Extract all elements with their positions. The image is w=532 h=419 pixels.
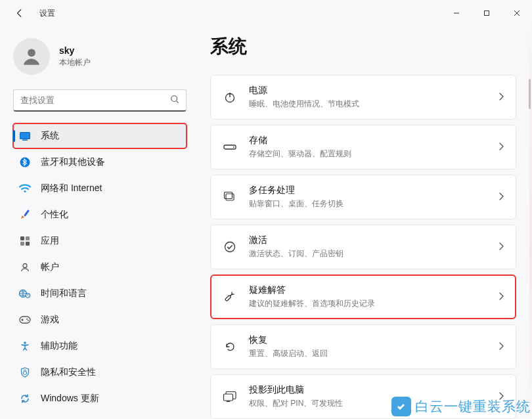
sidebar-item-label: 蓝牙和其他设备: [41, 156, 105, 168]
sidebar-item-time-language[interactable]: 时间和语言: [13, 281, 187, 306]
avatar: [13, 38, 50, 75]
svg-rect-7: [22, 139, 28, 141]
scrollbar-thumb[interactable]: [529, 79, 531, 109]
svg-rect-31: [224, 394, 233, 401]
sidebar-item-system[interactable]: 系统: [13, 123, 187, 148]
sidebar-item-label: 游戏: [41, 314, 59, 326]
main-content: 系统 电源 睡眠、电池使用情况、节电模式 存储: [210, 34, 516, 419]
system-icon: [18, 129, 32, 143]
sidebar-item-personalization[interactable]: 个性化: [13, 202, 187, 227]
sidebar-item-label: 帐户: [41, 261, 59, 273]
search-icon: [170, 95, 179, 106]
privacy-icon: [18, 366, 32, 379]
svg-point-19: [26, 319, 28, 320]
gaming-icon: [18, 313, 32, 326]
account-header[interactable]: sky 本地帐户: [13, 38, 187, 75]
power-icon: [223, 91, 237, 104]
page-title: 系统: [210, 34, 516, 59]
sidebar-item-label: 网络和 Internet: [41, 183, 102, 194]
svg-line-4: [177, 101, 179, 103]
svg-rect-22: [24, 372, 27, 374]
sidebar-item-bluetooth[interactable]: 蓝牙和其他设备: [13, 150, 187, 175]
search-input[interactable]: [20, 95, 165, 105]
card-subtitle: 重置、高级启动、返回: [249, 348, 487, 359]
card-title: 恢复: [249, 334, 487, 346]
recovery-icon: [223, 340, 237, 353]
sidebar-item-label: 辅助功能: [41, 340, 78, 352]
time-language-icon: [18, 287, 32, 300]
sidebar-item-accounts[interactable]: 帐户: [13, 255, 187, 280]
sidebar-item-label: 应用: [41, 235, 59, 247]
card-subtitle: 激活状态、订阅、产品密钥: [249, 248, 487, 259]
account-subtitle: 本地帐户: [59, 57, 91, 68]
svg-rect-1: [485, 11, 489, 16]
svg-point-21: [24, 342, 26, 344]
accounts-icon: [18, 261, 32, 274]
card-title: 激活: [249, 234, 487, 246]
svg-rect-14: [26, 242, 30, 246]
card-subtitle: 贴靠窗口、桌面、任务切换: [249, 198, 487, 210]
sidebar-nav: 系统 蓝牙和其他设备 网络和 Internet 个性化: [13, 123, 187, 411]
chevron-right-icon: [499, 93, 504, 102]
svg-point-20: [28, 320, 29, 321]
svg-point-3: [171, 96, 177, 102]
back-button[interactable]: [12, 5, 28, 21]
accessibility-icon: [18, 340, 32, 353]
chevron-right-icon: [499, 292, 504, 302]
card-title: 疑难解答: [249, 284, 487, 296]
sidebar-item-windows-update[interactable]: Windows 更新: [13, 386, 187, 411]
sidebar-item-label: Windows 更新: [41, 393, 99, 405]
projecting-icon: [223, 391, 237, 403]
chevron-right-icon: [499, 143, 504, 152]
svg-point-9: [24, 190, 26, 192]
card-troubleshoot[interactable]: 疑难解答 建议的疑难解答、首选项和历史记录: [210, 275, 516, 319]
search-box[interactable]: [13, 89, 187, 112]
wifi-icon: [18, 182, 32, 195]
card-title: 存储: [249, 135, 487, 146]
card-recovery[interactable]: 恢复 重置、高级启动、返回: [210, 324, 516, 369]
card-activation[interactable]: 激活 激活状态、订阅、产品密钥: [210, 225, 516, 269]
sidebar-item-privacy[interactable]: 隐私和安全性: [13, 360, 187, 385]
svg-rect-11: [20, 236, 24, 240]
svg-point-15: [23, 264, 27, 268]
sidebar-item-accessibility[interactable]: 辅助功能: [13, 334, 187, 359]
sidebar-item-label: 时间和语言: [41, 288, 87, 299]
chevron-right-icon: [499, 192, 504, 202]
watermark: 白云一键重装系统: [390, 394, 532, 419]
sidebar-item-apps[interactable]: 应用: [13, 229, 187, 254]
svg-point-26: [233, 146, 234, 148]
sidebar-item-network[interactable]: 网络和 Internet: [13, 176, 187, 201]
window-close-button[interactable]: [502, 3, 532, 24]
svg-rect-12: [26, 236, 30, 240]
watermark-text: 白云一键重装系统: [415, 397, 531, 416]
chevron-right-icon: [499, 342, 504, 352]
sidebar-item-gaming[interactable]: 游戏: [13, 307, 187, 332]
svg-rect-13: [20, 242, 24, 246]
svg-rect-27: [226, 194, 234, 200]
window-minimize-button[interactable]: [441, 3, 472, 24]
multitasking-icon: [223, 191, 237, 203]
bluetooth-icon: [18, 156, 32, 169]
card-title: 电源: [249, 85, 487, 97]
card-title: 多任务处理: [249, 185, 487, 196]
account-name: sky: [59, 45, 91, 56]
svg-rect-6: [20, 133, 30, 139]
sidebar-item-label: 个性化: [41, 209, 68, 221]
settings-card-list: 电源 睡眠、电池使用情况、节电模式 存储 存储空间、驱动器、配置规则: [210, 75, 516, 419]
card-storage[interactable]: 存储 存储空间、驱动器、配置规则: [210, 125, 516, 169]
apps-icon: [18, 234, 32, 248]
card-subtitle: 建议的疑难解答、首选项和历史记录: [249, 298, 487, 309]
edge-tint-decoration: [529, 0, 532, 419]
window-title: 设置: [39, 8, 55, 19]
window-maximize-button[interactable]: [472, 3, 502, 24]
card-power[interactable]: 电源 睡眠、电池使用情况、节电模式: [210, 75, 516, 120]
card-subtitle: 睡眠、电池使用情况、节电模式: [249, 99, 487, 110]
svg-rect-10: [24, 210, 30, 217]
settings-window: 设置 sky 本地帐户: [0, 0, 532, 419]
personalization-icon: [18, 208, 32, 221]
troubleshoot-icon: [223, 290, 237, 303]
card-subtitle: 存储空间、驱动器、配置规则: [249, 148, 487, 160]
sidebar-item-label: 隐私和安全性: [41, 366, 96, 378]
card-multitasking[interactable]: 多任务处理 贴靠窗口、桌面、任务切换: [210, 175, 516, 219]
svg-point-2: [28, 49, 35, 56]
